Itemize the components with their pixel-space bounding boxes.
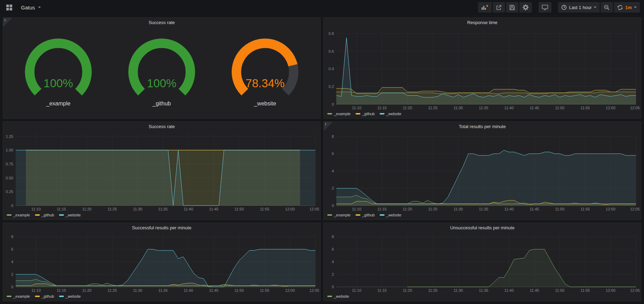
y-tick-label: 2 [332,272,334,276]
x-tick-label: 11:45 [530,288,539,292]
time-range-button[interactable]: Last 1 hour [558,2,600,13]
x-tick-label: 11:30 [454,106,463,110]
y-tick-label: 1.00 [6,148,13,152]
legend-swatch [327,296,332,297]
settings-button[interactable] [519,2,532,13]
x-tick-label: 11:30 [454,207,463,211]
x-tick-label: 11:10 [352,207,361,211]
legend-swatch [380,113,385,114]
legend-label: _github [42,294,54,298]
x-tick-label: 11:25 [428,207,438,211]
series-_website [336,150,636,206]
panel-title[interactable]: Response time [324,18,641,27]
gridlines [336,234,636,287]
y-tick-label: 8 [332,235,334,239]
share-button[interactable] [493,2,505,13]
legend-swatch [356,113,360,114]
gauge-arc: 100% [118,38,205,102]
chart-plot-area[interactable]: 0246811:1011:1511:2011:2511:3011:3511:40… [324,232,641,293]
chart-canvas: 0246811:1011:1511:2011:2511:3011:3511:40… [3,232,320,293]
save-icon [509,5,515,10]
chart-plot-area[interactable]: 0246811:1011:1511:2011:2511:3011:3511:40… [3,232,320,293]
monitor-icon [542,4,548,10]
legend-swatch [356,214,360,216]
zoom-out-button[interactable] [601,2,613,13]
legend-item-_website[interactable]: _website [327,294,349,298]
add-panel-button[interactable] [478,2,492,13]
refresh-button[interactable]: 1m [614,2,640,13]
gauge-_website: 78.34%_website [221,38,309,107]
x-tick-label: 11:45 [530,106,539,110]
legend-swatch [380,214,385,216]
legend-item-_website[interactable]: _website [380,112,401,116]
legend-label: _website [66,294,81,298]
panel-info-icon[interactable]: i [3,18,12,27]
x-tick-label: 11:15 [378,106,387,110]
x-tick-label: 11:35 [479,106,488,110]
legend-item-_github[interactable]: _github [356,112,375,116]
legend-item-_example[interactable]: _example [327,112,351,116]
gauge-_github: 100%_github [118,38,205,107]
legend-label: _github [362,213,375,217]
x-tick-label: 11:20 [403,288,412,292]
legend: _example_github_website [3,293,320,301]
dashboard-grid-button[interactable] [5,2,13,13]
panel-info-icon[interactable]: i [324,122,333,131]
chart-canvas: 0246811:1011:1511:2011:2511:3011:3511:40… [324,232,641,293]
panel-title[interactable]: Unsuccessful results per minute [324,223,641,232]
gauge-row: 100%_example100%_github78.34%_website [3,27,320,118]
chart-plot-area[interactable]: 00.20.40.60.811:1011:1511:2011:2511:3011… [324,27,641,111]
gauge-label: _github [153,101,171,107]
x-tick-label: 11:30 [133,288,142,292]
panel-success-rate-gauges: i Success rate 100%_example100%_github78… [3,17,321,119]
x-tick-label: 12:00 [606,106,616,110]
legend-item-_github[interactable]: _github [35,213,54,217]
legend: _example_github_website [324,111,641,118]
chevron-down-icon [38,7,41,8]
panel-title[interactable]: Successful results per minute [3,223,320,232]
x-tick-label: 11:50 [235,207,244,211]
x-tick-label: 11:10 [31,288,41,292]
dashboard-title-button[interactable]: Gatus [18,2,44,13]
panel-title[interactable]: Success rate [3,122,320,131]
x-tick-label: 11:30 [133,207,142,211]
panel-title[interactable]: Total results per minute [324,122,641,131]
x-tick-label: 11:15 [57,288,66,292]
x-tick-label: 11:55 [260,288,269,292]
save-button[interactable] [506,2,518,13]
x-tick-label: 11:20 [82,288,92,292]
chart-plot-area[interactable]: 0246811:1011:1511:2011:2511:3011:3511:40… [324,131,641,212]
x-tick-label: 11:15 [378,207,387,211]
x-tick-label: 11:40 [504,106,514,110]
legend-item-_github[interactable]: _github [35,294,54,298]
share-icon [496,5,502,10]
x-tick-label: 11:35 [479,288,488,292]
legend-item-_website[interactable]: _website [380,213,401,217]
tv-mode-button[interactable] [539,2,551,13]
chart-canvas: 0246811:1011:1511:2011:2511:3011:3511:40… [324,131,641,212]
legend-label: _example [13,294,30,298]
gauge-arc: 100% [15,38,102,102]
legend-item-_example[interactable]: _example [7,294,30,298]
gauge-_example: 100%_example [15,38,102,107]
legend-label: _example [334,213,351,217]
legend-swatch [59,296,64,297]
panel-title[interactable]: Success rate [3,18,320,27]
legend-item-_website[interactable]: _website [59,294,81,298]
x-tick-label: 11:55 [580,106,590,110]
x-tick-label: 11:40 [504,207,514,211]
x-tick-label: 11:30 [454,288,463,292]
chevron-down-icon [634,7,637,8]
x-tick-label: 11:20 [403,207,412,211]
legend-item-_example[interactable]: _example [327,213,351,217]
y-tick-label: 0 [11,285,13,289]
x-tick-label: 11:55 [580,288,590,292]
y-tick-label: 0 [332,203,334,208]
y-tick-label: 1.25 [6,134,13,139]
legend-item-_website[interactable]: _website [59,213,81,217]
legend-item-_example[interactable]: _example [7,213,30,217]
legend-item-_github[interactable]: _github [356,213,375,217]
chart-plot-area[interactable]: 00.250.500.751.001.2511:1011:1511:2011:2… [3,131,320,212]
legend-label: _website [66,213,81,217]
y-tick-label: 2 [332,186,334,190]
